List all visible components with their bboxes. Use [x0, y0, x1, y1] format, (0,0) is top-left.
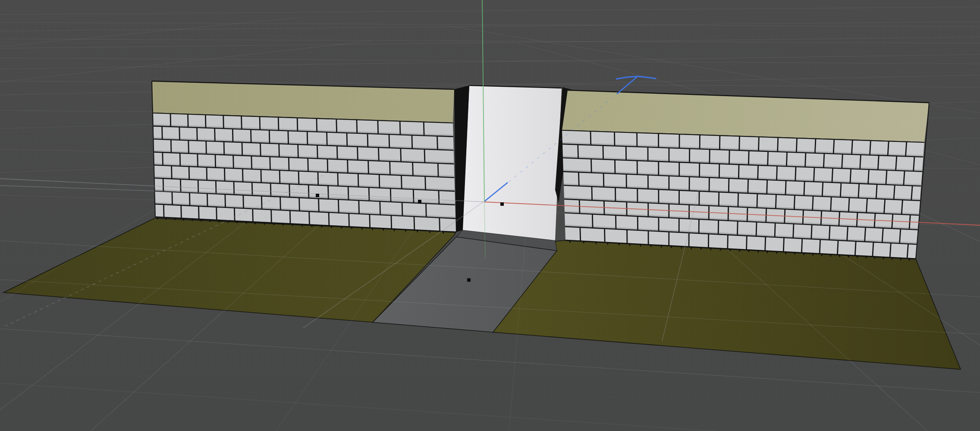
object-origin-dot[interactable] [467, 278, 471, 282]
3d-viewport[interactable] [0, 0, 980, 431]
right-brick-wall[interactable] [562, 130, 924, 261]
object-origin-dot[interactable] [418, 200, 421, 203]
object-origin-dot[interactable] [316, 194, 319, 197]
gate-panel[interactable] [462, 85, 562, 240]
viewport-canvas[interactable] [0, 0, 980, 431]
left-brick-wall[interactable] [153, 113, 456, 234]
object-origin-dot[interactable] [500, 202, 504, 206]
